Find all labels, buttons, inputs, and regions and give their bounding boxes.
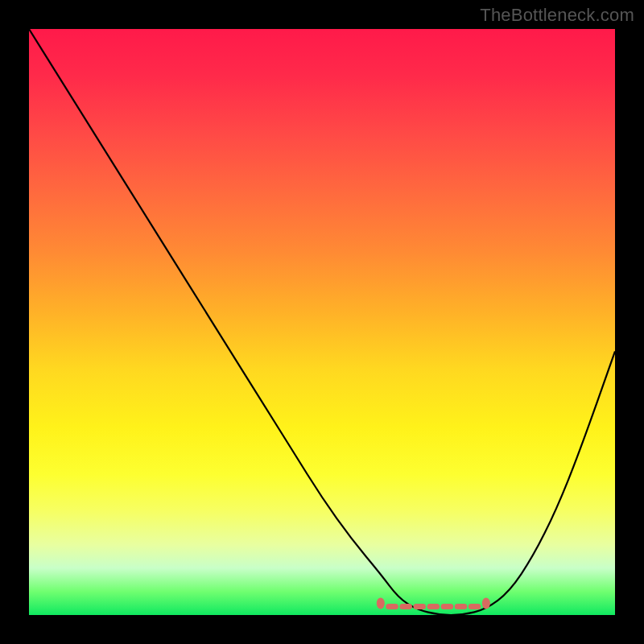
optimal-zone-markers <box>377 597 490 609</box>
optimal-zone-end-dot <box>482 597 490 609</box>
watermark-text: TheBottleneck.com <box>480 5 634 26</box>
chart-plot-area <box>29 29 615 615</box>
optimal-zone-end-dot <box>377 597 385 609</box>
chart-svg <box>29 29 615 615</box>
bottleneck-curve-line <box>29 29 615 615</box>
